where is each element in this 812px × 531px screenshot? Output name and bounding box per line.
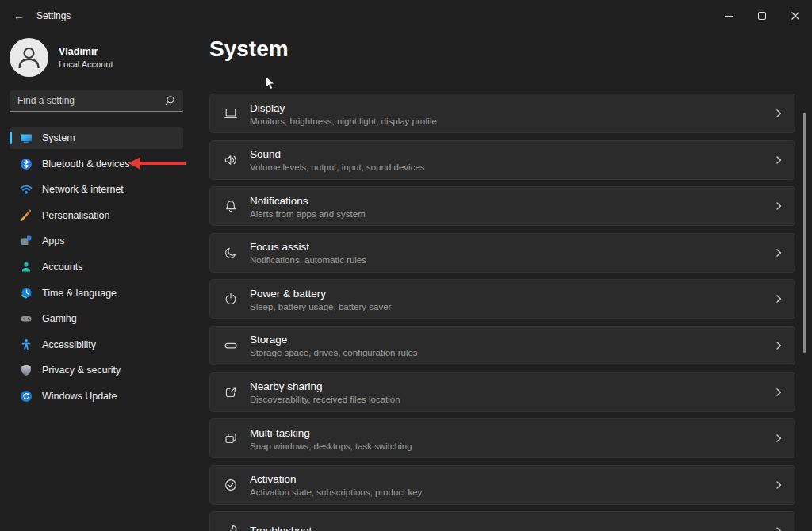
paintbrush-icon — [20, 209, 33, 222]
windows-stack-icon — [223, 430, 239, 446]
shield-icon — [20, 364, 33, 376]
speaker-icon — [223, 152, 239, 168]
gamepad-icon — [20, 312, 33, 325]
card-desc: Notifications, automatic rules — [250, 255, 366, 265]
card-activation[interactable]: Activation Activation state, subscriptio… — [209, 465, 795, 505]
accessibility-person-icon — [20, 338, 33, 351]
check-circle-icon — [223, 477, 239, 493]
avatar — [10, 38, 48, 77]
card-title: Power & battery — [250, 288, 391, 300]
sidebar-item-label: Network & internet — [42, 184, 124, 195]
chevron-right-icon — [774, 248, 783, 258]
card-title: Troubleshoot — [250, 525, 312, 531]
card-power-battery[interactable]: Power & battery Sleep, battery usage, ba… — [209, 279, 795, 319]
card-display[interactable]: Display Monitors, brightness, night ligh… — [209, 94, 795, 133]
sidebar-item-label: Gaming — [42, 313, 77, 324]
chevron-right-icon — [774, 434, 783, 443]
close-button[interactable] — [779, 0, 812, 32]
sidebar-item-label: Apps — [42, 235, 65, 246]
sidebar-item-accounts[interactable]: Accounts — [10, 256, 183, 278]
chevron-right-icon — [774, 388, 783, 397]
sidebar-item-privacy-security[interactable]: Privacy & security — [10, 359, 183, 381]
card-desc: Discoverability, received files location — [250, 395, 400, 404]
minimize-icon — [725, 16, 733, 17]
clock-icon — [20, 287, 33, 300]
apps-grid-icon — [20, 235, 33, 247]
mouse-cursor-icon — [265, 75, 277, 92]
chevron-right-icon — [774, 294, 783, 304]
sidebar: Vladimir Local Account Find a setting Sy… — [0, 32, 198, 531]
back-arrow-icon: ← — [13, 10, 25, 22]
page-title: System — [209, 36, 289, 62]
scrollbar[interactable] — [803, 113, 806, 353]
maximize-icon — [758, 12, 766, 20]
card-title: Focus assist — [250, 241, 366, 253]
account-section[interactable]: Vladimir Local Account — [10, 38, 113, 77]
sidebar-item-windows-update[interactable]: Windows Update — [10, 385, 183, 407]
sidebar-item-personalisation[interactable]: Personalisation — [10, 204, 183, 227]
drive-icon — [223, 338, 239, 353]
sidebar-item-accessibility[interactable]: Accessibility — [10, 334, 183, 356]
card-nearby-sharing[interactable]: Nearby sharing Discoverability, received… — [209, 372, 795, 412]
sidebar-item-label: Accounts — [42, 262, 82, 273]
sidebar-item-label: System — [42, 132, 75, 143]
back-button[interactable]: ← — [6, 6, 32, 26]
card-desc: Activation state, subscriptions, product… — [250, 487, 422, 497]
titlebar: ← Settings — [0, 0, 812, 32]
sidebar-item-system[interactable]: System — [10, 127, 183, 149]
minimize-button[interactable] — [712, 0, 745, 32]
person-avatar-icon — [10, 38, 48, 77]
card-desc: Volume levels, output, input, sound devi… — [250, 162, 425, 172]
search-icon — [164, 95, 175, 106]
close-icon — [791, 11, 800, 21]
search-input[interactable]: Find a setting — [10, 90, 183, 112]
sidebar-item-label: Personalisation — [42, 210, 109, 221]
maximize-button[interactable] — [745, 0, 779, 32]
card-desc: Alerts from apps and system — [250, 209, 366, 219]
chevron-right-icon — [774, 109, 783, 118]
person-icon — [20, 261, 33, 273]
card-storage[interactable]: Storage Storage space, drives, configura… — [209, 326, 795, 365]
account-type: Local Account — [59, 59, 113, 69]
chevron-right-icon — [774, 480, 783, 490]
sidebar-item-label: Accessibility — [42, 339, 96, 350]
power-icon — [223, 291, 239, 307]
bell-icon — [223, 198, 239, 214]
sidebar-item-time-language[interactable]: Time & language — [10, 282, 183, 304]
sidebar-item-label: Bluetooth & devices — [42, 159, 130, 170]
sidebar-item-label: Windows Update — [42, 391, 117, 402]
chevron-right-icon — [774, 155, 783, 165]
card-title: Nearby sharing — [250, 380, 400, 392]
app-title: Settings — [36, 10, 71, 21]
card-title: Storage — [250, 334, 418, 346]
sidebar-item-label: Time & language — [42, 288, 117, 299]
card-title: Multi-tasking — [250, 427, 412, 439]
laptop-icon — [223, 105, 239, 121]
card-desc: Monitors, brightness, night light, displ… — [250, 117, 437, 126]
card-desc: Sleep, battery usage, battery saver — [250, 302, 391, 311]
card-title: Sound — [250, 148, 425, 160]
settings-card-list: Display Monitors, brightness, night ligh… — [209, 94, 795, 531]
card-troubleshoot[interactable]: Troubleshoot — [209, 511, 795, 531]
card-title: Notifications — [250, 195, 366, 207]
bluetooth-icon — [20, 158, 33, 170]
wifi-icon — [20, 183, 33, 196]
sidebar-item-network-internet[interactable]: Network & internet — [10, 178, 183, 201]
card-title: Display — [250, 102, 437, 114]
monitor-icon — [20, 132, 33, 144]
card-notifications[interactable]: Notifications Alerts from apps and syste… — [209, 186, 795, 226]
sidebar-item-apps[interactable]: Apps — [10, 230, 183, 252]
chevron-right-icon — [774, 341, 783, 350]
card-sound[interactable]: Sound Volume levels, output, input, soun… — [209, 140, 795, 180]
share-icon — [223, 384, 239, 400]
moon-icon — [223, 245, 239, 261]
card-desc: Storage space, drives, configuration rul… — [250, 348, 418, 357]
window-controls — [712, 0, 812, 32]
sidebar-item-label: Privacy & security — [42, 365, 121, 376]
sidebar-item-gaming[interactable]: Gaming — [10, 308, 183, 330]
chevron-right-icon — [774, 201, 783, 211]
card-multi-tasking[interactable]: Multi-tasking Snap windows, desktops, ta… — [209, 418, 795, 458]
card-focus-assist[interactable]: Focus assist Notifications, automatic ru… — [209, 233, 795, 273]
card-title: Activation — [250, 473, 422, 485]
card-desc: Snap windows, desktops, task switching — [250, 441, 412, 451]
